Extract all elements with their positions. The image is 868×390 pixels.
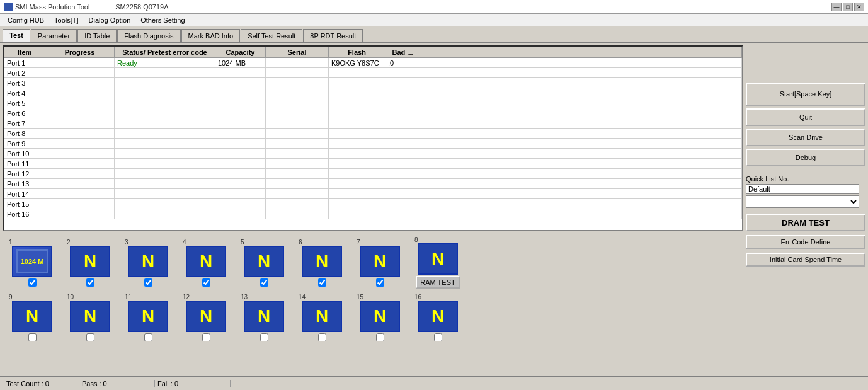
port-number-7: 7: [357, 239, 360, 246]
restore-button[interactable]: □: [843, 3, 853, 11]
port-checkbox-11[interactable]: [144, 333, 152, 341]
port-icon-16[interactable]: N: [418, 301, 458, 332]
quick-list-input[interactable]: [746, 184, 859, 194]
port-icon-4[interactable]: N: [186, 246, 226, 277]
table-row: Port 4: [4, 88, 742, 98]
ram-test-button[interactable]: RAM TEST: [416, 276, 460, 289]
tab-self-test-result[interactable]: Self Test Result: [241, 29, 302, 42]
tab-id-table[interactable]: ID Table: [77, 29, 117, 42]
quit-button[interactable]: Quit: [746, 108, 865, 126]
port-icon-15[interactable]: N: [360, 301, 400, 332]
col-flash: Flash: [329, 47, 385, 58]
quick-list-section: Quick List No.: [746, 175, 865, 208]
port-checkbox-4[interactable]: [202, 278, 210, 287]
port-checkbox-14[interactable]: [318, 333, 326, 341]
port-icon-3[interactable]: N: [128, 246, 168, 277]
table-row: Port 16: [4, 209, 742, 219]
tab-parameter[interactable]: Parameter: [31, 29, 77, 42]
n-label-8: N: [431, 250, 444, 268]
port-icon-8[interactable]: N: [418, 243, 458, 275]
port-checkbox-2[interactable]: [86, 278, 94, 287]
table-row: Port 3: [4, 78, 742, 88]
n-label-2: N: [84, 253, 96, 270]
debug-button[interactable]: Debug: [746, 149, 865, 166]
n-label-6: N: [316, 253, 328, 270]
port-row-2: 9N10N11N12N13N14N15N16N: [5, 294, 741, 341]
title-bar-left: SMI Mass Podution Tool - SM2258 Q0719A -: [4, 3, 173, 11]
dram-test-button[interactable]: DRAM TEST: [746, 214, 865, 231]
port-number-5: 5: [241, 239, 244, 246]
port-checkbox-16[interactable]: [434, 333, 442, 341]
tab-flash-diagnosis[interactable]: Flash Diagnosis: [117, 29, 180, 42]
port-slot-8: 8NRAM TEST: [411, 236, 465, 289]
tab-mark-bad-info[interactable]: Mark BAD Info: [181, 29, 241, 42]
table-row: Port 2: [4, 68, 742, 78]
start-button[interactable]: Start[Space Key]: [746, 83, 865, 106]
port-checkbox-3[interactable]: [144, 278, 152, 287]
port-icon-9[interactable]: N: [12, 301, 52, 332]
port-number-14: 14: [299, 294, 306, 301]
main-area: Item Progress Status/ Pretest error code…: [0, 43, 868, 376]
port-row-1: 11024 M2N3N4N5N6N7N8NRAM TEST: [5, 236, 741, 289]
port-checkbox-12[interactable]: [202, 333, 210, 341]
port-checkbox-9[interactable]: [28, 333, 37, 341]
port-icon-11[interactable]: N: [128, 301, 168, 332]
port-icon-6[interactable]: N: [302, 246, 342, 277]
port-checkbox-1[interactable]: [28, 278, 37, 287]
port-number-11: 11: [125, 294, 132, 301]
title-bar-controls: — □ ✕: [831, 3, 864, 11]
port-number-3: 3: [125, 239, 128, 246]
n-label-13: N: [258, 307, 270, 325]
port-slot-15: 15N: [353, 294, 407, 341]
disk-shape: 1024 M: [16, 249, 48, 273]
menu-config-hub[interactable]: Config HUB: [3, 16, 49, 25]
port-checkbox-6[interactable]: [318, 278, 326, 287]
port-checkbox-10[interactable]: [86, 333, 94, 341]
tab-8p-rdt-result[interactable]: 8P RDT Result: [303, 29, 363, 42]
port-checkbox-7[interactable]: [376, 278, 384, 287]
port-number-8: 8: [414, 236, 418, 243]
menu-others-setting[interactable]: Others Setting: [135, 16, 190, 25]
err-code-define-button[interactable]: Err Code Define: [746, 235, 865, 249]
port-icon-1[interactable]: 1024 M: [12, 246, 52, 277]
menu-tools[interactable]: Tools[T]: [49, 16, 84, 25]
port-icon-10[interactable]: N: [70, 301, 110, 332]
n-label-7: N: [374, 253, 386, 270]
port-icon-14[interactable]: N: [302, 301, 342, 332]
port-icon-13[interactable]: N: [244, 301, 284, 332]
table-row: Port 10: [4, 149, 742, 159]
port-checkbox-13[interactable]: [260, 333, 268, 341]
port-icon-5[interactable]: N: [244, 246, 284, 277]
scan-drive-button[interactable]: Scan Drive: [746, 129, 865, 146]
port-checkbox-5[interactable]: [260, 278, 268, 287]
fail-count: Fail : 0: [155, 380, 231, 387]
close-button[interactable]: ✕: [854, 3, 864, 11]
port-number-6: 6: [299, 239, 302, 246]
col-extra: [420, 47, 742, 58]
table-row: Port 6: [4, 108, 742, 118]
port-icon-12[interactable]: N: [186, 301, 226, 332]
port-slot-5: 5N: [237, 239, 291, 287]
port-icon-2[interactable]: N: [70, 246, 110, 277]
tab-bar: Test Parameter ID Table Flash Diagnosis …: [0, 26, 868, 43]
tab-test[interactable]: Test: [3, 29, 30, 42]
port-slot-12: 12N: [179, 294, 233, 341]
initial-card-spend-time-button[interactable]: Initial Card Spend Time: [746, 253, 865, 267]
col-item: Item: [4, 47, 45, 58]
port-number-9: 9: [9, 294, 13, 301]
table-row: Port 15: [4, 199, 742, 209]
port-checkbox-15[interactable]: [376, 333, 384, 341]
start-label-line2: [Space Key]: [794, 90, 831, 98]
port-slot-7: 7N: [353, 239, 407, 287]
drive-label-1: 1024 M: [21, 258, 44, 265]
port-slot-14: 14N: [295, 294, 349, 341]
port-number-4: 4: [183, 239, 186, 246]
status-bar: Test Count : 0 Pass : 0 Fail : 0: [0, 376, 868, 390]
minimize-button[interactable]: —: [831, 3, 842, 11]
app-icon: [4, 3, 13, 11]
n-label-10: N: [84, 307, 96, 325]
n-label-15: N: [374, 307, 386, 325]
port-icon-7[interactable]: N: [360, 246, 400, 277]
quick-list-dropdown[interactable]: [746, 195, 859, 208]
menu-dialog-option[interactable]: Dialog Option: [84, 16, 136, 25]
